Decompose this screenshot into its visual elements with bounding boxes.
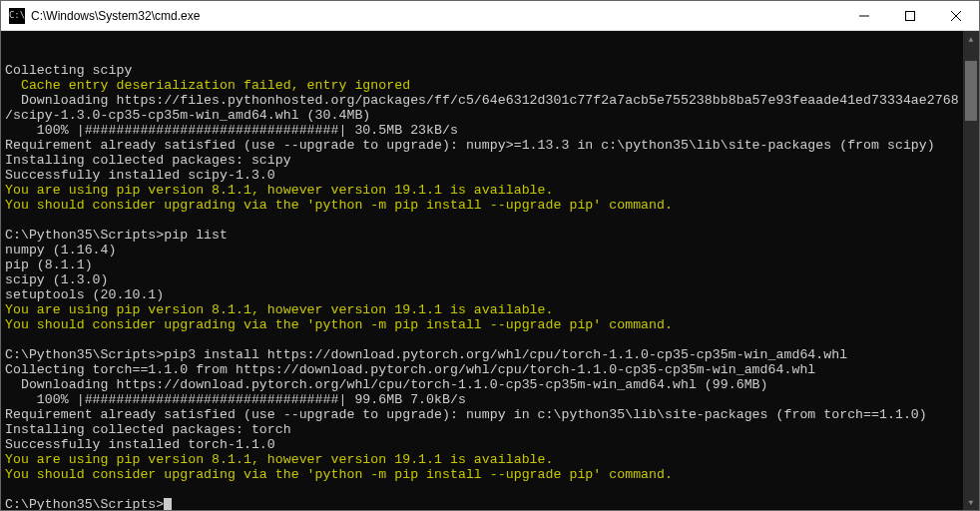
- scroll-down-arrow[interactable]: ▼: [963, 494, 979, 510]
- terminal-line: 100% |################################| …: [5, 123, 458, 138]
- titlebar[interactable]: C:\ C:\Windows\System32\cmd.exe: [1, 1, 979, 31]
- scrollbar[interactable]: ▲ ▼: [963, 31, 979, 510]
- cmd-icon-text: C:\: [9, 11, 25, 20]
- terminal-lines: Collecting scipy Cache entry deserializa…: [5, 63, 975, 497]
- terminal-line: Downloading https://download.pytorch.org…: [5, 377, 768, 392]
- maximize-button[interactable]: [887, 1, 933, 30]
- terminal-line: pip (8.1.1): [5, 257, 93, 272]
- terminal-line: Successfully installed torch-1.1.0: [5, 437, 275, 452]
- terminal-output[interactable]: Collecting scipy Cache entry deserializa…: [1, 31, 979, 510]
- cmd-icon: C:\: [9, 8, 25, 24]
- terminal-line: scipy (1.3.0): [5, 272, 109, 287]
- terminal-line: Installing collected packages: scipy: [5, 153, 291, 168]
- terminal-line: C:\Python35\Scripts>pip list: [5, 228, 228, 243]
- cmd-window: C:\ C:\Windows\System32\cmd.exe Collecti…: [0, 0, 980, 511]
- terminal-line: Collecting torch==1.1.0 from https://dow…: [5, 362, 815, 377]
- terminal-line: You should consider upgrading via the 'p…: [5, 467, 673, 482]
- terminal-line: Requirement already satisfied (use --upg…: [5, 138, 935, 153]
- terminal-line: You should consider upgrading via the 'p…: [5, 198, 673, 213]
- terminal-line: setuptools (20.10.1): [5, 287, 164, 302]
- close-icon: [951, 11, 961, 21]
- terminal-line: Collecting scipy: [5, 63, 132, 78]
- minimize-button[interactable]: [841, 1, 887, 30]
- window-controls: [841, 1, 979, 30]
- terminal-line: You are using pip version 8.1.1, however…: [5, 452, 554, 467]
- terminal-line: 100% |################################| …: [5, 392, 466, 407]
- maximize-icon: [905, 11, 915, 21]
- terminal-line: You should consider upgrading via the 'p…: [5, 317, 673, 332]
- terminal-line: Requirement already satisfied (use --upg…: [5, 407, 927, 422]
- terminal-line: You are using pip version 8.1.1, however…: [5, 183, 554, 198]
- cursor: [164, 498, 172, 510]
- terminal-line: Downloading https://files.pythonhosted.o…: [5, 93, 959, 108]
- svg-rect-1: [906, 11, 915, 20]
- close-button[interactable]: [933, 1, 979, 30]
- terminal-line: Installing collected packages: torch: [5, 422, 291, 437]
- terminal-line: Successfully installed scipy-1.3.0: [5, 168, 275, 183]
- terminal-line: You are using pip version 8.1.1, however…: [5, 302, 554, 317]
- minimize-icon: [859, 11, 869, 21]
- window-title: C:\Windows\System32\cmd.exe: [31, 9, 841, 23]
- terminal-line: C:\Python35\Scripts>pip3 install https:/…: [5, 347, 847, 362]
- terminal-line: numpy (1.16.4): [5, 243, 117, 257]
- scroll-up-arrow[interactable]: ▲: [963, 31, 979, 47]
- terminal-line: Cache entry deserialization failed, entr…: [5, 78, 410, 93]
- terminal-line: /scipy-1.3.0-cp35-cp35m-win_amd64.whl (3…: [5, 108, 370, 123]
- scrollbar-thumb[interactable]: [965, 61, 977, 121]
- prompt: C:\Python35\Scripts>: [5, 497, 164, 510]
